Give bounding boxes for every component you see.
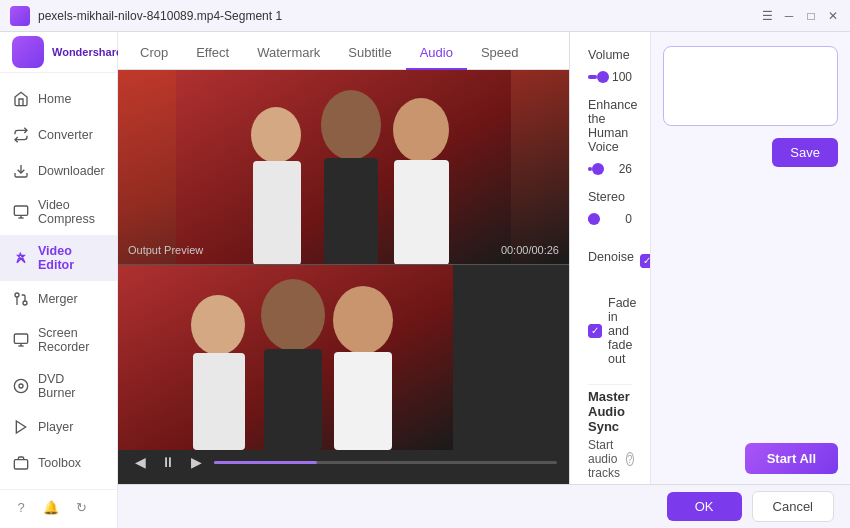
- window-title: pexels-mikhail-nilov-8410089.mp4-Segment…: [38, 9, 760, 23]
- svg-point-19: [321, 90, 381, 160]
- sidebar-item-video-editor[interactable]: Video Editor: [0, 235, 117, 281]
- svg-marker-4: [17, 253, 25, 262]
- remove-bg-checkbox[interactable]: ✓: [640, 254, 650, 268]
- sidebar-item-video-compress[interactable]: Video Compress: [0, 189, 117, 235]
- video-bg-top: [118, 70, 569, 264]
- enhance-track[interactable]: [588, 167, 600, 171]
- fade-checkbox[interactable]: ✓: [588, 324, 602, 338]
- close-button[interactable]: ✕: [826, 9, 840, 23]
- denoise-label: Denoise: [588, 250, 634, 264]
- master-sync-label: Master Audio Sync: [588, 389, 632, 434]
- progress-fill: [214, 461, 317, 464]
- start-all-wrap: Start All: [650, 433, 850, 484]
- volume-slider-row: 100: [588, 70, 632, 84]
- save-button[interactable]: Save: [772, 138, 838, 167]
- tab-audio[interactable]: Audio: [406, 45, 467, 70]
- tab-watermark[interactable]: Watermark: [243, 45, 334, 70]
- sidebar-item-merger[interactable]: Merger: [0, 281, 117, 317]
- stereo-label: Stereo: [588, 190, 632, 204]
- svg-point-26: [261, 279, 325, 351]
- converter-icon: [12, 126, 30, 144]
- pause-button[interactable]: ⏸: [158, 452, 178, 472]
- svg-point-17: [393, 98, 449, 162]
- start-audio-row: Start audio tracks ?: [588, 438, 632, 480]
- video-panel: Crop Effect Watermark Subtitle Audio Spe…: [118, 32, 570, 484]
- start-all-button[interactable]: Start All: [745, 443, 838, 474]
- video-container: Output Preview 00:00/00:26: [118, 70, 569, 484]
- prev-frame-button[interactable]: ◀: [130, 452, 150, 472]
- app-icon: [10, 6, 30, 26]
- tab-crop[interactable]: Crop: [126, 45, 182, 70]
- convert-box: [663, 46, 838, 126]
- divider: [588, 384, 632, 385]
- bell-icon[interactable]: 🔔: [42, 498, 60, 516]
- convert-panel: Save Start All: [650, 32, 850, 484]
- video-scene-top: [176, 70, 511, 264]
- hamburger-icon[interactable]: ☰: [760, 9, 774, 23]
- svg-rect-8: [14, 334, 27, 343]
- svg-point-11: [14, 379, 27, 392]
- refresh-icon[interactable]: ↻: [72, 498, 90, 516]
- next-frame-button[interactable]: ▶: [186, 452, 206, 472]
- sidebar-label-video-editor: Video Editor: [38, 244, 105, 272]
- tab-subtitle[interactable]: Subtitle: [334, 45, 405, 70]
- fade-row: ✓ Fade in and fade out: [588, 296, 632, 366]
- help-icon[interactable]: ?: [12, 498, 30, 516]
- start-audio-text: Start audio tracks: [588, 438, 620, 480]
- compress-icon: [12, 203, 30, 221]
- stereo-track[interactable]: [588, 217, 600, 221]
- sidebar-label-video-compress: Video Compress: [38, 198, 105, 226]
- sidebar-label-player: Player: [38, 420, 73, 434]
- tab-speed[interactable]: Speed: [467, 45, 533, 70]
- stereo-value: 0: [608, 212, 632, 226]
- video-scene-bottom: [118, 265, 453, 450]
- svg-marker-13: [16, 421, 25, 433]
- sidebar-item-toolbox[interactable]: Toolbox: [0, 445, 117, 481]
- maximize-button[interactable]: □: [804, 9, 818, 23]
- sidebar-label-merger: Merger: [38, 292, 78, 306]
- sidebar-item-screen-recorder[interactable]: Screen Recorder: [0, 317, 117, 363]
- sidebar-label-screen-recorder: Screen Recorder: [38, 326, 105, 354]
- video-time-display: 00:00/00:26: [501, 244, 559, 256]
- window-controls[interactable]: ☰ ─ □ ✕: [760, 9, 840, 23]
- tab-effect[interactable]: Effect: [182, 45, 243, 70]
- denoise-row: Denoise ✓ Remove Background Noise: [588, 240, 632, 282]
- home-icon: [12, 90, 30, 108]
- sidebar-item-downloader[interactable]: Downloader: [0, 153, 117, 189]
- enhance-slider-row: 26: [588, 162, 632, 176]
- denoise-section: Denoise ✓ Remove Background Noise: [588, 240, 632, 282]
- sidebar-label-toolbox: Toolbox: [38, 456, 81, 470]
- help-tooltip-icon[interactable]: ?: [626, 452, 634, 466]
- app-logo: Wondershare: [0, 32, 117, 73]
- minimize-button[interactable]: ─: [782, 9, 796, 23]
- tabs-bar: Crop Effect Watermark Subtitle Audio Spe…: [118, 32, 569, 70]
- ok-button[interactable]: OK: [667, 492, 742, 521]
- enhance-label: Enhance the Human Voice: [588, 98, 632, 154]
- svg-point-21: [251, 107, 301, 163]
- sidebar-item-dvd-burner[interactable]: DVD Burner: [0, 363, 117, 409]
- sidebar-item-player[interactable]: Player: [0, 409, 117, 445]
- merge-icon: [12, 290, 30, 308]
- svg-point-5: [23, 301, 27, 305]
- svg-rect-22: [253, 161, 301, 265]
- video-top-frame: Output Preview 00:00/00:26: [118, 70, 569, 265]
- master-sync-section: Master Audio Sync Start audio tracks ? 4…: [588, 389, 632, 484]
- svg-rect-29: [193, 353, 245, 450]
- sidebar-label-dvd-burner: DVD Burner: [38, 372, 105, 400]
- title-bar: pexels-mikhail-nilov-8410089.mp4-Segment…: [0, 0, 850, 32]
- sidebar-item-home[interactable]: Home: [0, 81, 117, 117]
- volume-thumb[interactable]: [597, 71, 609, 83]
- fade-section: ✓ Fade in and fade out: [588, 296, 632, 366]
- stereo-thumb[interactable]: [588, 213, 600, 225]
- audio-settings-panel: Volume 100 Enhance the Human Voice: [570, 32, 650, 484]
- enhance-thumb[interactable]: [592, 163, 604, 175]
- toolbox-icon: [12, 454, 30, 472]
- volume-label: Volume: [588, 48, 632, 62]
- volume-track[interactable]: [588, 75, 600, 79]
- playback-progress[interactable]: [214, 461, 557, 464]
- cancel-button[interactable]: Cancel: [752, 491, 834, 522]
- sidebar-item-converter[interactable]: Converter: [0, 117, 117, 153]
- svg-point-28: [191, 295, 245, 355]
- sidebar: Wondershare Home Converter: [0, 32, 118, 528]
- editor-layout: Crop Effect Watermark Subtitle Audio Spe…: [118, 32, 850, 484]
